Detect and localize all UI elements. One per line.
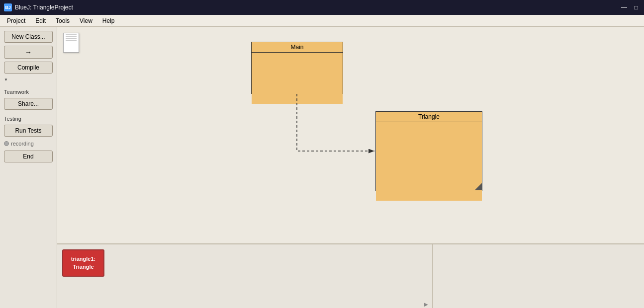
main-class-body (252, 53, 343, 104)
main-class-header: Main (252, 42, 343, 53)
sidebar: New Class... → Compile ▼ Teamwork Share.… (0, 27, 57, 308)
arrow-icon: → (25, 48, 32, 56)
menu-tools[interactable]: Tools (51, 16, 75, 25)
end-button[interactable]: End (4, 151, 53, 162)
recording-dot-icon (4, 141, 9, 146)
window-controls: — □ (620, 3, 640, 11)
menu-help[interactable]: Help (97, 16, 120, 25)
recording-row: recording (4, 140, 53, 148)
title-bar-left: BJ BlueJ: TriangleProject (4, 3, 73, 11)
main-class[interactable]: Main (251, 42, 343, 94)
new-class-button[interactable]: New Class... (4, 31, 53, 43)
run-tests-button[interactable]: Run Tests (4, 125, 53, 137)
triangle-class-body (376, 122, 482, 201)
teamwork-label: Teamwork (4, 89, 53, 95)
maximize-button[interactable]: □ (632, 3, 640, 11)
chevron-down-icon: ▼ (4, 77, 53, 82)
bottom-left-panel: triangle1: Triangle ▶ (57, 244, 433, 308)
app-icon: BJ (4, 3, 12, 11)
object-bench: triangle1: Triangle ▶ (57, 243, 644, 308)
triangle1-object[interactable]: triangle1: Triangle (62, 249, 104, 277)
minimize-button[interactable]: — (620, 3, 628, 11)
recording-text: recording (11, 141, 34, 147)
triangle-class[interactable]: Triangle (375, 111, 482, 191)
doc-paper (63, 33, 79, 53)
testing-label: Testing (4, 116, 53, 122)
scroll-indicator: ▶ (424, 302, 428, 307)
blank-document-icon (63, 33, 81, 54)
menu-bar: Project Edit Tools View Help (0, 15, 644, 27)
arrow-button[interactable]: → (4, 46, 53, 59)
bottom-right-panel (433, 244, 644, 308)
share-button[interactable]: Share... (4, 98, 53, 110)
canvas-area: Main Triangle (57, 27, 644, 308)
triangle-class-header: Triangle (376, 112, 482, 122)
menu-project[interactable]: Project (2, 16, 30, 25)
title-bar: BJ BlueJ: TriangleProject — □ (0, 0, 644, 15)
menu-view[interactable]: View (75, 16, 97, 25)
menu-edit[interactable]: Edit (30, 16, 51, 25)
compile-button[interactable]: Compile (4, 62, 53, 74)
main-layout: New Class... → Compile ▼ Teamwork Share.… (0, 27, 644, 308)
app-title: BlueJ: TriangleProject (15, 4, 73, 11)
